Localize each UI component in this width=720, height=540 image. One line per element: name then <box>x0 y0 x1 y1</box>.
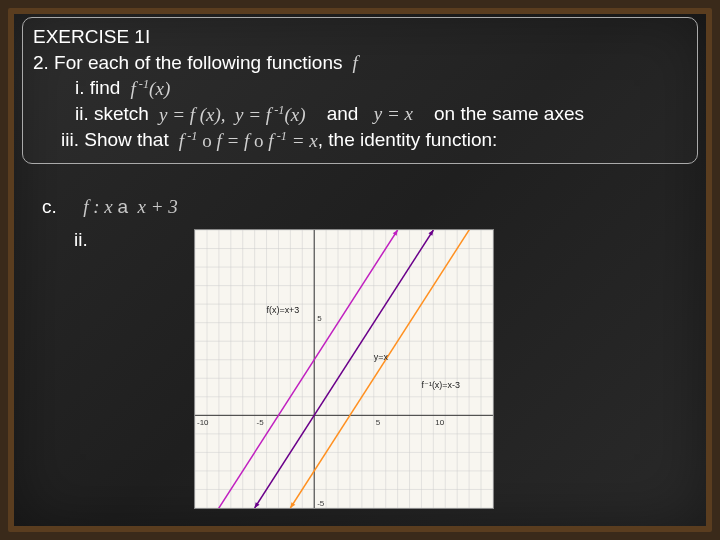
svg-text:-10: -10 <box>197 418 209 427</box>
item-i-math: f -1(x) <box>126 78 171 99</box>
svg-text:5: 5 <box>376 418 381 427</box>
exercise-box: EXERCISE 1I 2. For each of the following… <box>22 17 698 164</box>
item-i-prefix: i. find <box>75 78 120 99</box>
svg-text:f(x)=x+3: f(x)=x+3 <box>267 305 300 315</box>
svg-text:10: 10 <box>435 418 444 427</box>
item-iii: iii. Show that f -1 o f = f o f -1 = x, … <box>33 127 687 153</box>
exercise-prompt: 2. For each of the following functions f <box>33 50 687 76</box>
svg-line-55 <box>255 230 434 508</box>
svg-text:y=x: y=x <box>374 352 389 362</box>
item-ii-prefix: ii. sketch <box>75 104 149 125</box>
exercise-heading: EXERCISE 1I <box>33 24 687 50</box>
svg-line-52 <box>195 230 398 508</box>
svg-line-58 <box>290 230 493 508</box>
svg-text:f⁻¹(x)=x-3: f⁻¹(x)=x-3 <box>421 380 459 390</box>
prompt-text: 2. For each of the following functions <box>33 52 342 73</box>
chart-svg: -10-551015-5510f(x)=x+3y=xf⁻¹(x)=x-3 <box>195 230 493 508</box>
svg-text:-5: -5 <box>257 418 265 427</box>
item-ii-suffix: on the same axes <box>418 104 584 125</box>
item-iii-prefix: iii. Show that <box>61 130 169 151</box>
item-iii-suffix: , the identity function: <box>318 130 498 151</box>
part-func: f : x a x + 3 <box>83 196 178 217</box>
item-i: i. find f -1(x) <box>33 75 687 101</box>
prompt-math: f <box>348 52 358 73</box>
item-ii-math1: y = f (x), y = f -1(x) <box>154 104 305 125</box>
chart-panel: -10-551015-5510f(x)=x+3y=xf⁻¹(x)=x-3 <box>194 229 494 509</box>
item-ii-math2: y = x <box>369 104 413 125</box>
svg-text:5: 5 <box>317 314 322 323</box>
item-ii: ii. sketch y = f (x), y = f -1(x) and y … <box>33 101 687 127</box>
sub-ii: ii. <box>74 229 88 251</box>
item-iii-math: f -1 o f = f o f -1 = x <box>174 130 318 151</box>
item-ii-mid: and <box>311 104 364 125</box>
chalkboard: EXERCISE 1I 2. For each of the following… <box>8 8 712 532</box>
part-label: c. <box>42 196 57 217</box>
svg-text:-5: -5 <box>317 499 325 508</box>
part-c: c. f : x a x + 3 <box>42 196 178 218</box>
